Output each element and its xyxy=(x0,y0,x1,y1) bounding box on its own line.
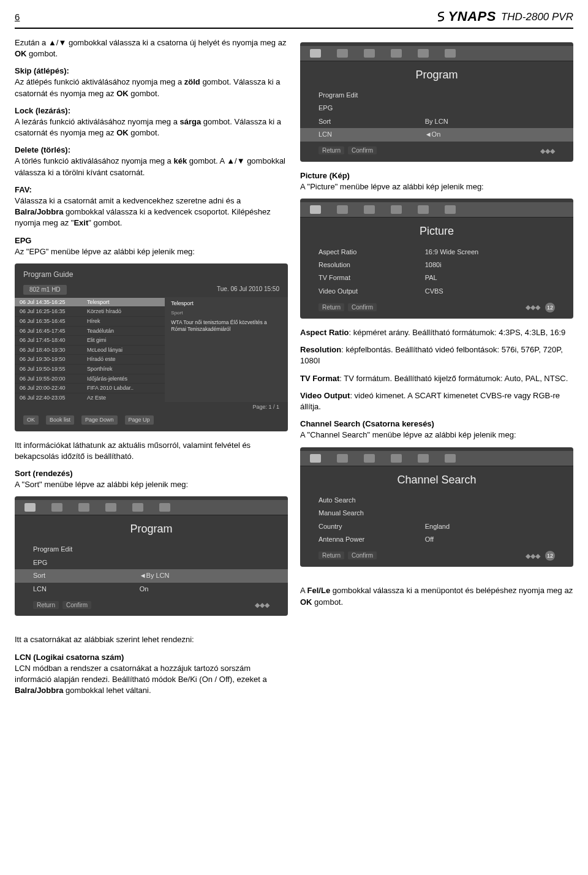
tvformat-line: TV Format: TV formátum. Beállítható kije… xyxy=(300,373,573,384)
program-screenshot: Program Program Edit EPG SortBy LCN LCN◄… xyxy=(300,42,573,162)
menu-bar-icons xyxy=(300,451,573,466)
lcn-text: LCN módban a rendszer a csatornákat a ho… xyxy=(15,663,288,697)
channelsearch-text: A "Channel Search" menübe lépve az alább… xyxy=(300,430,573,441)
menu-bar-icons xyxy=(15,500,288,515)
synaps-s-icon xyxy=(435,10,447,23)
channel-badge: 12 xyxy=(545,303,555,312)
nav-diamonds-icon: ◆◆◆ xyxy=(255,600,270,610)
brand-logo: YNAPS xyxy=(435,7,496,26)
channelsearch-after-text: A Fel/Le gombokkal válassza ki a menüpon… xyxy=(300,585,573,607)
sort-screenshot: Program Program Edit EPG Sort◄By LCN LCN… xyxy=(15,496,288,616)
epg-screenshot: Program Guide 802 m1 HD Tue. 06 Jul 2010… xyxy=(15,263,288,431)
resolution-line: Resolution: képfelbontás. Beállítható vi… xyxy=(300,344,573,366)
aspect-line: Aspect Ratio: képméret arány. Beállíthat… xyxy=(300,327,573,338)
right-column: Program Program Edit EPG SortBy LCN LCN◄… xyxy=(300,37,573,703)
menu-bar-icons xyxy=(300,202,573,218)
page-header: 6 YNAPS THD-2800 PVR xyxy=(15,7,573,29)
intro-paragraph: Ezután a ▲/▼ gombokkal válassza ki a csa… xyxy=(15,37,288,59)
sort-after-text: Itt a csatornákat az alábbiak szerint le… xyxy=(15,634,288,645)
videoout-line: Video Output: videó kimenet. A SCART kim… xyxy=(300,390,573,412)
epg-after-text: Itt információkat láthatunk az aktuális … xyxy=(15,440,288,462)
delete-section: Delete (törlés): A törlés funkció aktivá… xyxy=(15,145,288,178)
epg-text: Az "EPG" menübe lépve az alábbi kép jele… xyxy=(15,246,288,257)
channelsearch-heading: Channel Search (Csatorna keresés) xyxy=(300,419,573,430)
lcn-heading: LCN (Logikai csatorna szám) xyxy=(15,652,288,663)
page-number: 6 xyxy=(15,10,20,23)
sort-text: A "Sort" menübe lépve az alábbi kép jele… xyxy=(15,479,288,490)
picture-heading: Picture (Kép) xyxy=(300,170,573,181)
fav-section: FAV: Válassza ki a csatornát amit a kedv… xyxy=(15,184,288,229)
nav-diamonds-icon: ◆◆◆ xyxy=(540,146,555,156)
picture-text: A "Picture" menübe lépve az alábbi kép j… xyxy=(300,181,573,192)
sort-heading: Sort (rendezés) xyxy=(15,468,288,479)
left-column: Ezután a ▲/▼ gombokkal válassza ki a csa… xyxy=(15,37,288,703)
model-label: THD-2800 PVR xyxy=(501,10,573,25)
picture-screenshot: Picture Aspect Ratio16:9 Wide Screen Res… xyxy=(300,199,573,319)
lock-section: Lock (lezárás): A lezárás funkció aktivá… xyxy=(15,105,288,139)
nav-diamonds-icon: ◆◆◆ xyxy=(526,551,540,561)
nav-diamonds-icon: ◆◆◆ xyxy=(526,303,540,312)
menu-bar-icons xyxy=(300,46,573,61)
channel-badge: 12 xyxy=(545,551,555,561)
brand-label: YNAPS THD-2800 PVR xyxy=(435,7,573,26)
skip-section: Skip (átlépés): Az átlépés funkció aktiv… xyxy=(15,66,288,99)
channelsearch-screenshot: Channel Search Auto Search Manual Search… xyxy=(300,447,573,567)
epg-heading: EPG xyxy=(15,235,288,246)
